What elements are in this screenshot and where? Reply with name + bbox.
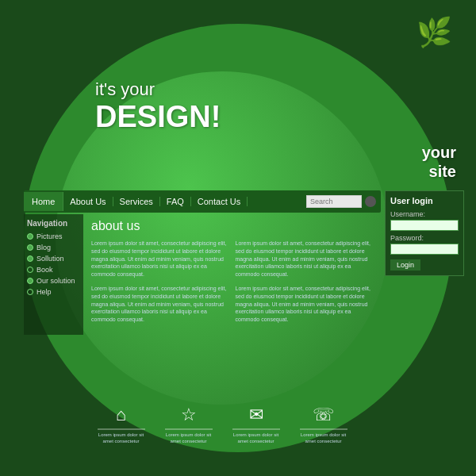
bullet-icon [27, 278, 33, 284]
nav-contact[interactable]: Contact Us [191, 197, 248, 206]
left-nav-book[interactable]: Book [27, 266, 80, 274]
nav-bar: Home About Us Services FAQ Contact Us [24, 190, 381, 213]
main-area: Navigation Pictures Blog Sollution Book … [24, 214, 381, 335]
search-input[interactable] [306, 195, 362, 208]
icon-star[interactable]: ☆ Lorem ipsum dolor sit amet consectetur [161, 405, 217, 445]
content-area: about us Lorem ipsum dolor sit amet, con… [83, 214, 381, 335]
username-label: Username: [390, 210, 459, 218]
phone-icon: ☏ [313, 405, 335, 425]
nav-home[interactable]: Home [24, 192, 63, 211]
content-title: about us [91, 219, 373, 233]
icon-mail[interactable]: ✉ Lorem ipsum dolor sit amet consectetur [228, 405, 284, 445]
login-button[interactable]: Login [390, 259, 420, 271]
left-nav-heading: Navigation [27, 219, 80, 228]
header-line1: it's your [95, 79, 221, 100]
your-site-text: your site [422, 143, 456, 181]
left-nav-help[interactable]: Help [27, 288, 80, 296]
icon-phone[interactable]: ☏ Lorem ipsum dolor sit amet consectetur [296, 405, 351, 445]
nav-about[interactable]: About Us [63, 197, 113, 206]
header-line2: DESIGN! [95, 100, 221, 134]
bottom-icons: ⌂ Lorem ipsum dolor sit amet consectetur… [87, 405, 357, 445]
bullet-icon [27, 267, 33, 273]
content-p2: Lorem ipsum dolor sit amet, consectetur … [236, 240, 374, 278]
bullet-icon [27, 244, 33, 251]
content-p4: Lorem ipsum dolor sit amet, consectetur … [236, 285, 374, 324]
leaf-icon: 🌿 [416, 16, 452, 49]
search-button[interactable] [365, 196, 376, 207]
user-login-panel: User login Username: Password: Login [385, 190, 464, 276]
bullet-icon [27, 255, 33, 262]
nav-services[interactable]: Services [113, 197, 160, 206]
header-section: it's your DESIGN! [95, 79, 221, 134]
icon-text: Lorem ipsum dolor sit amet consectetur [161, 432, 217, 445]
icon-text: Lorem ipsum dolor sit amet consectetur [296, 432, 351, 445]
icon-text: Lorem ipsum dolor sit amet consectetur [228, 432, 284, 445]
left-nav-blog[interactable]: Blog [27, 244, 80, 251]
left-nav: Navigation Pictures Blog Sollution Book … [24, 214, 83, 335]
password-input[interactable] [390, 244, 459, 255]
home-icon: ⌂ [116, 405, 126, 425]
icon-divider [98, 428, 145, 430]
icon-text: Lorem ipsum dolor sit amet consectetur [94, 432, 149, 445]
left-nav-pictures[interactable]: Pictures [27, 232, 80, 240]
login-title: User login [390, 196, 459, 205]
content-grid: Lorem ipsum dolor sit amet, consectetur … [91, 240, 373, 324]
content-p3: Lorem ipsum dolor sit amet, consectetur … [91, 285, 229, 324]
password-label: Password: [390, 234, 459, 242]
mail-icon: ✉ [249, 405, 263, 425]
nav-faq[interactable]: FAQ [160, 197, 191, 206]
icon-divider [165, 428, 213, 430]
icon-divider [232, 428, 280, 430]
username-input[interactable] [390, 220, 459, 231]
left-nav-sollution[interactable]: Sollution [27, 255, 80, 263]
icon-home[interactable]: ⌂ Lorem ipsum dolor sit amet consectetur [94, 405, 149, 445]
content-p1: Lorem ipsum dolor sit amet, consectetur … [91, 240, 229, 278]
left-nav-oursolution[interactable]: Our solution [27, 277, 80, 285]
bullet-icon [27, 289, 33, 295]
search-section [306, 195, 381, 208]
icon-divider [300, 428, 347, 430]
star-icon: ☆ [181, 405, 197, 425]
bullet-icon [27, 233, 33, 240]
